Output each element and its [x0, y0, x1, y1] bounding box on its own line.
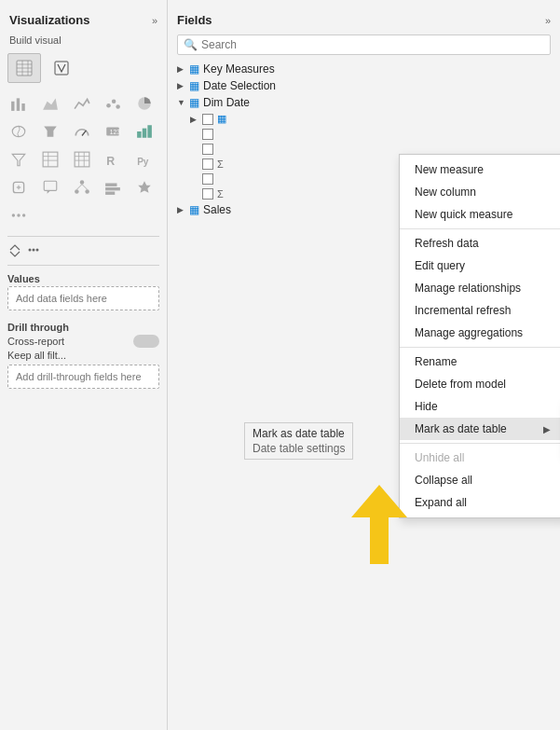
- table-icon-key-measures: ▦: [189, 62, 199, 76]
- menu-item-incremental-refresh[interactable]: Incremental refresh: [400, 299, 560, 322]
- viz-custom-icon[interactable]: [6, 174, 32, 200]
- viz-panel-title: Visualizations: [9, 13, 89, 27]
- ellipsis-icon[interactable]: [26, 242, 41, 257]
- values-label: Values: [7, 273, 159, 284]
- menu-item-refresh-data[interactable]: Refresh data: [400, 232, 560, 255]
- menu-item-delete-from-model[interactable]: Delete from model: [400, 373, 560, 395]
- viz-format-icon[interactable]: [45, 53, 78, 83]
- tree-item-dim-date[interactable]: ▼ ▦ Dim Date: [171, 94, 556, 111]
- key-measures-label: Key Measures: [203, 62, 275, 76]
- svg-point-13: [116, 104, 121, 109]
- viz-bar-icon[interactable]: [6, 90, 32, 117]
- menu-item-hide[interactable]: Hide: [400, 395, 560, 418]
- menu-item-manage-aggregations[interactable]: Manage aggregations: [400, 322, 560, 344]
- viz-divider: [7, 236, 159, 237]
- chevron-right-icon2: ▶: [177, 81, 186, 90]
- viz-bar2-icon[interactable]: [100, 174, 126, 200]
- svg-point-50: [33, 249, 35, 252]
- menu-item-edit-query[interactable]: Edit query: [400, 255, 560, 277]
- viz-funnel-icon[interactable]: [37, 118, 63, 145]
- menu-item-rename[interactable]: Rename: [400, 351, 560, 373]
- viz-line-icon[interactable]: [69, 90, 95, 117]
- dim-date-child-1[interactable]: ▶ ▦: [186, 111, 556, 127]
- menu-item-new-quick-measure[interactable]: New quick measure: [400, 203, 560, 226]
- add-data-fields-box[interactable]: Add data fields here: [7, 286, 159, 310]
- menu-item-new-column[interactable]: New column: [400, 181, 560, 203]
- tree-item-key-measures[interactable]: ▶ ▦ Key Measures: [171, 61, 556, 77]
- viz-pie-icon[interactable]: [131, 90, 157, 117]
- expand-arrows-icon[interactable]: [7, 242, 22, 257]
- sigma-icon-1: Σ: [217, 158, 228, 170]
- chevron-down-icon3: ▼: [177, 98, 186, 107]
- arrow-svg: [347, 485, 412, 569]
- viz-gauge-icon[interactable]: [69, 118, 95, 145]
- svg-rect-36: [44, 181, 57, 190]
- fields-expand-icon[interactable]: »: [545, 15, 551, 26]
- drill-label: Drill through: [7, 322, 159, 333]
- viz-expand-icon[interactable]: »: [152, 15, 157, 26]
- fields-search-bar[interactable]: 🔍: [177, 34, 551, 55]
- svg-rect-52: [370, 513, 389, 564]
- menu-item-collapse-all[interactable]: Collapse all: [400, 469, 560, 491]
- viz-more-icon[interactable]: [6, 202, 32, 228]
- cross-report-label: Cross-report: [7, 336, 64, 347]
- dim-date-child-2[interactable]: ▶: [186, 127, 556, 142]
- tooltip-mark-label: Mark as date table: [253, 427, 345, 440]
- viz-panel-header: Visualizations »: [0, 7, 167, 31]
- add-drill-fields-box[interactable]: Add drill-through fields here: [7, 365, 159, 389]
- viz-map-icon[interactable]: [6, 118, 32, 145]
- menu-label-incremental-refresh: Incremental refresh: [415, 304, 511, 317]
- checkbox-1[interactable]: [202, 114, 213, 125]
- viz-python-icon[interactable]: Py: [131, 146, 157, 172]
- child-table-icon-1: ▦: [217, 113, 226, 125]
- viz-divider2: [7, 265, 159, 266]
- svg-point-46: [12, 213, 15, 216]
- menu-label-manage-relationships: Manage relationships: [415, 282, 521, 295]
- viz-grid: 123 R Py: [0, 87, 167, 232]
- svg-rect-9: [21, 103, 24, 111]
- svg-line-41: [82, 185, 88, 190]
- cross-report-toggle[interactable]: [133, 335, 159, 348]
- viz-ai-icon[interactable]: [131, 174, 157, 200]
- menu-label-manage-aggregations: Manage aggregations: [415, 326, 523, 339]
- svg-point-47: [17, 213, 20, 216]
- svg-point-49: [29, 249, 32, 252]
- svg-point-51: [36, 249, 39, 252]
- viz-card-icon[interactable]: 123: [100, 118, 126, 145]
- menu-item-expand-all[interactable]: Expand all: [400, 491, 560, 514]
- search-input[interactable]: [201, 38, 544, 51]
- menu-item-new-measure[interactable]: New measure: [400, 158, 560, 181]
- svg-line-40: [76, 185, 82, 190]
- keep-filters-label: Keep all filt...: [7, 350, 159, 361]
- viz-kpi-icon[interactable]: [131, 118, 157, 145]
- viz-decomp-icon[interactable]: [69, 174, 95, 200]
- viz-top-row: [0, 49, 167, 87]
- viz-table2-icon[interactable]: [37, 146, 63, 172]
- menu-label-delete-from-model: Delete from model: [415, 378, 506, 391]
- date-selection-label: Date Selection: [203, 79, 276, 92]
- menu-item-mark-as-date-table[interactable]: Mark as date table ▶: [400, 418, 560, 440]
- checkbox-6[interactable]: [202, 188, 213, 200]
- viz-matrix-icon[interactable]: [69, 146, 95, 172]
- menu-label-unhide-all: Unhide all: [415, 451, 464, 464]
- viz-table-icon[interactable]: [7, 53, 41, 83]
- viz-area-icon[interactable]: [37, 90, 63, 117]
- fields-panel-title: Fields: [177, 13, 212, 27]
- checkbox-2[interactable]: [202, 129, 213, 140]
- menu-item-unhide-all[interactable]: Unhide all: [400, 447, 560, 469]
- checkbox-4[interactable]: [202, 158, 213, 170]
- menu-label-collapse-all: Collapse all: [415, 474, 472, 487]
- menu-arrow-icon: ▶: [543, 424, 551, 434]
- menu-item-manage-relationships[interactable]: Manage relationships: [400, 277, 560, 299]
- svg-text:123: 123: [110, 129, 121, 135]
- viz-r-icon[interactable]: R: [100, 146, 126, 172]
- viz-filter-icon[interactable]: [6, 146, 32, 172]
- menu-label-new-column: New column: [415, 186, 476, 199]
- checkbox-3[interactable]: [202, 144, 213, 155]
- viz-chat-icon[interactable]: [37, 174, 63, 200]
- svg-rect-8: [17, 98, 20, 111]
- tree-item-date-selection[interactable]: ▶ ▦ Date Selection: [171, 77, 556, 94]
- expand-row: [0, 241, 167, 261]
- viz-scatter-icon[interactable]: [100, 90, 126, 117]
- checkbox-5[interactable]: [202, 173, 213, 185]
